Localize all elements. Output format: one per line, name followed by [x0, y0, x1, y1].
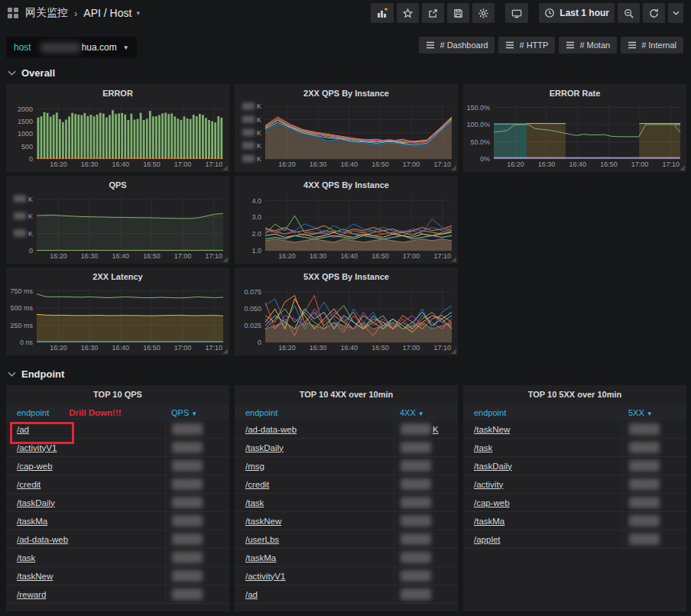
endpoint-link[interactable]: /userLbs — [245, 535, 279, 544]
endpoint-link[interactable]: /credit — [245, 480, 269, 489]
endpoint-link[interactable]: /taskDaily — [17, 498, 55, 507]
value-cell — [622, 512, 686, 530]
panel-title[interactable]: ERROR — [6, 84, 229, 100]
svg-text:1500: 1500 — [18, 118, 33, 125]
svg-text:0: 0 — [29, 247, 33, 255]
endpoint-link[interactable]: /taskNew — [17, 572, 53, 581]
section-endpoint[interactable]: Endpoint — [0, 359, 691, 385]
censored-value — [629, 497, 660, 508]
panel-2xx-latency: 2XX Latency 750 ms500 ms250 ms0 ns16:201… — [6, 267, 229, 355]
dashboard-link-2[interactable]: # Motan — [559, 37, 617, 53]
table-row: /ad — [6, 420, 229, 439]
list-icon — [628, 41, 637, 49]
dashboard-grid-icon[interactable] — [8, 8, 18, 18]
endpoint-link[interactable]: /ad — [17, 425, 29, 434]
panel-title[interactable]: QPS — [6, 176, 229, 192]
chart-canvas-2xx-latency[interactable]: 750 ms500 ms250 ms0 ns16:2016:3016:4016:… — [6, 284, 229, 352]
host-variable-value[interactable]: hua.com ▼ — [41, 42, 129, 53]
dashboard-link-0[interactable]: # Dashboard — [419, 37, 495, 53]
value-cell — [622, 439, 686, 456]
dashboard-link-1[interactable]: # HTTP — [498, 37, 555, 53]
panel-title[interactable]: TOP 10 5XX over 10min — [463, 385, 686, 401]
share-icon — [427, 8, 439, 19]
chart-canvas-error-rate[interactable]: 150.0%100.0%50.0%0%16:2016:3016:4016:501… — [463, 100, 686, 169]
endpoint-link[interactable]: /cap-web — [17, 462, 53, 471]
breadcrumb-dashboard-title[interactable]: API / Host — [83, 7, 131, 19]
endpoint-link[interactable]: /applet — [474, 535, 501, 544]
endpoint-link[interactable]: /ad-data-web — [17, 535, 68, 544]
column-header-sort[interactable]: 4XX▼ — [394, 408, 458, 417]
svg-text:16:30: 16:30 — [538, 160, 556, 168]
column-header-sort[interactable]: QPS▼ — [165, 408, 229, 417]
chart-canvas-2xx-qps[interactable]: KKKKK16:2016:3016:4016:5017:0017:10 — [235, 100, 458, 169]
value-cell — [394, 457, 458, 475]
endpoint-link[interactable]: /taskMa — [17, 517, 47, 526]
svg-text:17:10: 17:10 — [434, 160, 452, 168]
add-panel-button[interactable] — [371, 3, 394, 23]
endpoint-link[interactable]: /activity — [474, 480, 503, 489]
dashboard-title-caret-icon[interactable]: ▾ — [136, 9, 140, 17]
chart-canvas-5xx-qps[interactable]: 0.0750.0500.025016:2016:3016:4016:5017:0… — [235, 284, 458, 352]
svg-text:K: K — [257, 116, 261, 124]
svg-text:16:20: 16:20 — [50, 344, 67, 352]
tv-mode-button[interactable] — [505, 3, 528, 23]
panel-title[interactable]: 2XX Latency — [6, 267, 229, 284]
endpoint-link[interactable]: /task — [245, 498, 264, 507]
chart-canvas-4xx-qps[interactable]: 4.03.02.01.016:2016:3016:4016:5017:0017:… — [235, 192, 458, 261]
star-button[interactable] — [397, 3, 419, 23]
panel-title[interactable]: 4XX QPS By Instance — [235, 176, 458, 192]
endpoint-link[interactable]: /taskNew — [245, 517, 281, 526]
column-header-endpoint[interactable]: endpoint — [6, 408, 49, 417]
panel-title[interactable]: ERROR Rate — [463, 84, 686, 100]
panel-title[interactable]: TOP 10 4XX over 10min — [235, 385, 458, 401]
endpoint-link[interactable]: /msg — [245, 462, 264, 471]
panel-title[interactable]: 2XX QPS By Instance — [235, 84, 458, 100]
table-row: /ad-data-webK — [235, 420, 458, 439]
table-row: /taskDaily — [235, 439, 458, 457]
breadcrumb-app[interactable]: 网关监控 — [25, 6, 68, 20]
endpoint-link[interactable]: /ad — [245, 590, 258, 599]
endpoint-link[interactable]: /reward — [17, 590, 46, 599]
endpoint-link[interactable]: /taskMa — [474, 517, 504, 526]
time-range-button[interactable]: Last 1 hour — [539, 3, 615, 23]
svg-text:0.075: 0.075 — [244, 288, 261, 296]
endpoint-link[interactable]: /activityV1 — [17, 443, 57, 452]
endpoint-link[interactable]: /taskDaily — [245, 443, 284, 452]
value-cell — [394, 439, 458, 456]
endpoint-link[interactable]: /taskDaily — [474, 462, 512, 471]
endpoint-link[interactable]: /ad-data-web — [245, 425, 297, 434]
host-variable-dropdown[interactable]: host hua.com ▼ — [6, 37, 137, 58]
share-button[interactable] — [422, 3, 444, 23]
refresh-interval-dropdown[interactable] — [668, 3, 683, 23]
save-button[interactable] — [447, 3, 469, 23]
settings-button[interactable] — [472, 3, 495, 23]
section-overall[interactable]: Overall — [0, 58, 691, 84]
chart-canvas-qps[interactable]: KKK016:2016:3016:4016:5017:0017:10 — [6, 192, 229, 261]
refresh-button[interactable] — [643, 3, 665, 23]
endpoint-link[interactable]: /cap-web — [474, 498, 510, 507]
censored-value — [401, 552, 431, 563]
endpoint-link[interactable]: /credit — [17, 480, 41, 489]
endpoint-link[interactable]: /activityV1 — [245, 572, 285, 581]
svg-text:17:00: 17:00 — [403, 160, 420, 168]
panel-title[interactable]: 5XX QPS By Instance — [235, 267, 458, 284]
panel-5xx-qps-by-instance: 5XX QPS By Instance 0.0750.0500.025016:2… — [235, 267, 458, 355]
svg-text:500 ms: 500 ms — [10, 304, 33, 312]
censored-value — [629, 478, 660, 490]
svg-text:K: K — [28, 196, 33, 203]
svg-text:16:30: 16:30 — [81, 160, 99, 168]
endpoint-link[interactable]: /task — [474, 443, 492, 452]
panel-title[interactable]: TOP 10 QPS — [6, 385, 229, 401]
endpoint-link[interactable]: /taskMa — [245, 553, 276, 563]
column-header-sort[interactable]: 5XX▼ — [622, 408, 686, 417]
column-header-endpoint[interactable]: endpoint — [463, 408, 506, 417]
censored-value — [172, 478, 203, 490]
dashboard-link-3[interactable]: # Internal — [621, 37, 683, 53]
censored-value — [629, 533, 660, 545]
column-header-endpoint[interactable]: endpoint — [235, 408, 277, 417]
svg-text:0.050: 0.050 — [244, 305, 261, 313]
endpoint-link[interactable]: /task — [17, 553, 35, 563]
chart-canvas-error[interactable]: 200015001000500016:2016:3016:4016:5017:0… — [6, 100, 229, 169]
endpoint-link[interactable]: /taskNew — [474, 425, 510, 434]
zoom-out-button[interactable] — [618, 3, 640, 23]
